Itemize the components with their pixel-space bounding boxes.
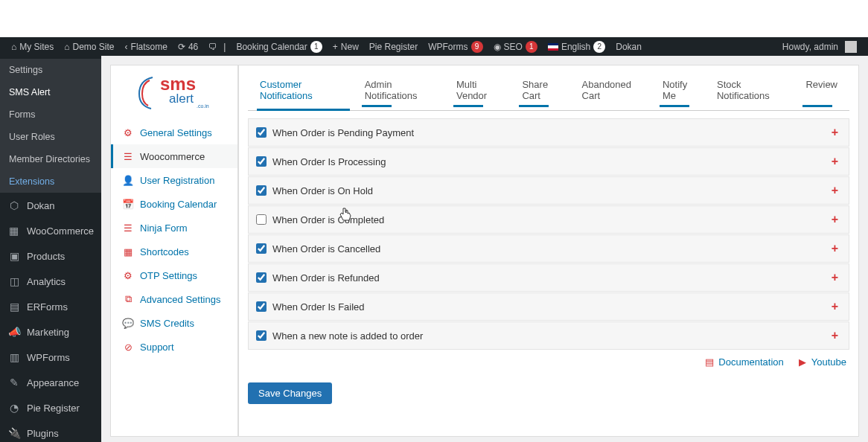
plugin-nav-sms-credits[interactable]: 💬SMS Credits [111, 311, 237, 335]
adminbar-howdy-label: Howdy, admin [782, 42, 838, 52]
plugin-nav-label: Shortcodes [140, 246, 189, 257]
notification-checkbox[interactable] [256, 185, 267, 196]
adminbar-demo-site-label: Demo Site [73, 42, 115, 52]
adminbar-language[interactable]: English2 [543, 37, 610, 56]
plugin-nav-booking-calendar[interactable]: 📅Booking Calendar [111, 192, 237, 216]
notification-checkbox[interactable] [256, 272, 267, 283]
expand-icon[interactable]: + [829, 213, 841, 226]
tab-abandoned-cart[interactable]: Abandoned Cart [579, 71, 648, 110]
sidebar-item-erforms[interactable]: ▤ERForms [0, 294, 101, 319]
plugin-nav-advanced-settings[interactable]: ⧉Advanced Settings [111, 287, 237, 311]
logo-text-sms: sms [160, 74, 196, 94]
plugin-nav-shortcodes[interactable]: ▦Shortcodes [111, 240, 237, 263]
tab-admin-notifications[interactable]: Admin Notifications [362, 71, 441, 110]
documentation-label: Documentation [718, 356, 783, 368]
tab-multi-vendor[interactable]: Multi Vendor [453, 71, 507, 110]
sidebar-sub-sms-alert[interactable]: SMS Alert [0, 81, 101, 103]
plugin-nav-support[interactable]: ⊘Support [111, 335, 237, 359]
tabs-row: Customer NotificationsAdmin Notification… [248, 71, 849, 111]
expand-icon[interactable]: + [829, 329, 841, 342]
tab-share-cart[interactable]: Share Cart [519, 71, 567, 110]
menu-label: WooCommerce [27, 225, 94, 237]
expand-icon[interactable]: + [829, 300, 841, 313]
adminbar-my-sites[interactable]: ⌂My Sites [6, 37, 59, 56]
notification-row: When Order is Cancelled+ [248, 234, 849, 263]
booking-calendar-icon: 📅 [122, 198, 134, 210]
menu-icon: ▥ [7, 350, 21, 364]
notification-checkbox[interactable] [256, 156, 267, 167]
notification-list: When Order is Pending Payment+When Order… [248, 118, 849, 350]
expand-icon[interactable]: + [829, 271, 841, 284]
notification-checkbox[interactable] [256, 301, 267, 312]
documentation-link[interactable]: ▤Documentation [704, 356, 783, 368]
menu-icon: ✎ [7, 376, 21, 389]
sidebar-sub-member-directories[interactable]: Member Directories [0, 148, 101, 170]
sidebar-sub-settings[interactable]: Settings [0, 59, 101, 81]
youtube-link[interactable]: ▶Youtube [797, 356, 846, 368]
menu-icon: 🔌 [7, 426, 21, 440]
adminbar-new[interactable]: +New [328, 37, 364, 56]
expand-icon[interactable]: + [829, 242, 841, 255]
notification-label: When a new note is added to order [272, 330, 423, 342]
save-row: Save Changes [248, 382, 849, 404]
sidebar-item-appearance[interactable]: ✎Appearance [0, 370, 101, 395]
sidebar-item-marketing[interactable]: 📣Marketing [0, 319, 101, 345]
seo-count-badge: 1 [526, 41, 537, 53]
plugin-nav-label: SMS Credits [140, 318, 194, 329]
adminbar-pie-register[interactable]: Pie Register [364, 37, 423, 56]
otp-settings-icon: ⚙ [122, 269, 134, 281]
sidebar-item-analytics[interactable]: ◫Analytics [0, 269, 101, 294]
plugin-nav-ninja-form[interactable]: ☰Ninja Form [111, 216, 237, 240]
tab-customer-notifications[interactable]: Customer Notifications [257, 71, 350, 110]
adminbar-comments[interactable]: 🗨| [203, 37, 231, 56]
plugin-nav-otp-settings[interactable]: ⚙OTP Settings [111, 263, 237, 287]
notification-row: When a new note is added to order+ [248, 321, 849, 350]
wp-admin-bar: ⌂My Sites ⌂Demo Site ‹Flatsome ⟳46 🗨| Bo… [0, 37, 868, 56]
plugin-nav-woocommerce[interactable]: ☰Woocommerce [111, 144, 237, 168]
sidebar-sub-user-roles[interactable]: User Roles [0, 126, 101, 148]
user-registration-icon: 👤 [122, 174, 134, 186]
adminbar-new-label: New [341, 42, 359, 52]
notification-checkbox[interactable] [256, 330, 267, 341]
adminbar-updates[interactable]: ⟳46 [173, 37, 203, 56]
adminbar-booking-calendar[interactable]: Booking Calendar1 [231, 37, 327, 56]
adminbar-flatsome[interactable]: ‹Flatsome [120, 37, 173, 56]
chevron-left-icon: ‹ [125, 42, 128, 52]
sidebar-item-woocommerce[interactable]: ▦WooCommerce [0, 218, 101, 243]
expand-icon[interactable]: + [829, 155, 841, 168]
adminbar-wpforms[interactable]: WPForms9 [423, 37, 488, 56]
sidebar-item-products[interactable]: ▣Products [0, 243, 101, 269]
menu-label: ERForms [27, 301, 68, 313]
sidebar-item-dokan[interactable]: ⬡Dokan [0, 193, 101, 218]
tab-review[interactable]: Review [802, 71, 840, 110]
home-icon: ⌂ [11, 42, 16, 52]
plugin-nav-label: OTP Settings [140, 270, 197, 281]
logo-text-alert: alert [169, 92, 194, 106]
booking-count-badge: 1 [310, 41, 322, 53]
sidebar-item-plugins[interactable]: 🔌Plugins [0, 420, 101, 442]
sidebar-item-wpforms[interactable]: ▥WPForms [0, 345, 101, 370]
tab-notify-me[interactable]: Notify Me [660, 71, 702, 110]
tab-stock-notifications[interactable]: Stock Notifications [714, 71, 791, 110]
sidebar-sub-extensions[interactable]: Extensions [0, 170, 101, 193]
plugin-nav-label: User Registration [140, 175, 214, 186]
plugin-nav-user-registration[interactable]: 👤User Registration [111, 168, 237, 192]
notification-label: When Order is On Hold [272, 185, 373, 196]
plugin-nav-general-settings[interactable]: ⚙General Settings [111, 121, 237, 144]
notification-checkbox[interactable] [256, 127, 267, 138]
adminbar-howdy[interactable]: Howdy, admin [777, 37, 862, 56]
adminbar-seo[interactable]: ◉SEO1 [488, 37, 543, 56]
sidebar-sub-forms[interactable]: Forms [0, 103, 101, 126]
save-changes-button[interactable]: Save Changes [248, 382, 332, 404]
notification-row: When Order is On Hold+ [248, 176, 849, 205]
adminbar-dokan[interactable]: Dokan [610, 37, 647, 56]
menu-label: Analytics [27, 276, 66, 287]
adminbar-demo-site[interactable]: ⌂Demo Site [59, 37, 119, 56]
sidebar-item-pie-register[interactable]: ◔Pie Register [0, 395, 101, 420]
expand-icon[interactable]: + [829, 184, 841, 197]
expand-icon[interactable]: + [829, 126, 841, 139]
flag-icon [548, 43, 558, 51]
document-icon: ▤ [704, 357, 715, 368]
notification-checkbox[interactable] [256, 243, 267, 254]
notification-checkbox[interactable] [256, 214, 267, 225]
